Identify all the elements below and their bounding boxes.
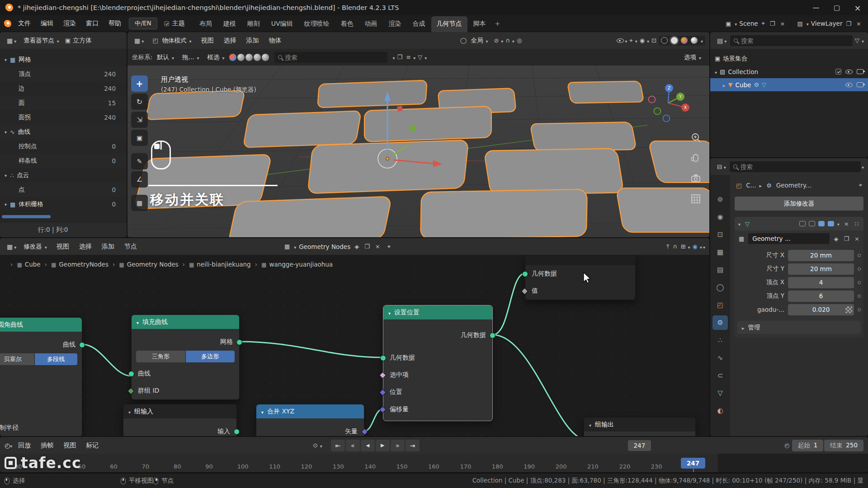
geometry-socket[interactable] [128,371,134,377]
chevron-down-icon[interactable] [5,202,7,207]
search-input[interactable] [741,163,857,170]
geometry-socket[interactable] [490,333,495,338]
manage-subpanel[interactable]: 管理 [737,321,861,334]
snapping-mode-icon[interactable]: ⊞ [679,243,687,250]
pan-hand-icon[interactable] [689,152,702,164]
value-field[interactable]: 20 mm [788,263,854,275]
value-field[interactable]: 4 [788,277,854,288]
editor-mode-dropdown[interactable]: 修改器 [20,241,51,253]
close-button[interactable]: × [847,0,868,15]
camera-view-icon[interactable] [689,172,702,185]
spreadsheet-row[interactable]: 网格 [0,52,127,67]
workspace-tab[interactable]: 纹理喷绘 [299,16,335,32]
copy-icon[interactable]: ❐ [844,20,853,27]
breadcrumb-item[interactable]: Cube [6,261,41,268]
shading-ball-icon[interactable] [262,54,269,61]
properties-tab[interactable] [712,210,728,224]
auto-keying-clock-icon[interactable]: ◴ [783,442,791,449]
node-tree-selector[interactable]: ▦ Geometry Nodes ◈ ❐ × [279,241,385,252]
snap-magnet-icon[interactable]: ∩ [671,243,679,250]
geometry-socket[interactable] [380,355,386,361]
spreadsheet-row[interactable]: 体积栅格 0 [0,197,127,211]
scene-selector[interactable]: ▣ Scene ⌖ ❐ × [724,20,786,27]
node-set-position[interactable]: 设置位置 几何数据 几何数据 [383,305,493,421]
menu-item[interactable]: 物体 [264,34,287,47]
menu-item[interactable]: 插帧 [36,439,58,452]
playback-button[interactable] [376,440,390,451]
menu-item[interactable]: 视图 [196,34,219,47]
properties-tab[interactable] [712,333,728,347]
workspace-tab[interactable]: 渲染 [383,16,407,32]
node-canvas[interactable]: Cube GeometryNodes Geometry Nodes [0,255,709,436]
current-frame-field[interactable]: 247 [628,440,651,451]
eye-icon[interactable] [845,68,853,75]
integer-socket[interactable] [127,387,135,394]
playhead-badge[interactable]: 247 [681,458,705,469]
mode-option-ngons[interactable]: 多边形 [186,351,235,362]
value-field[interactable]: 0.020 [788,304,854,315]
chevron-down-icon[interactable] [5,173,7,178]
value-field[interactable]: 20 mm [788,250,854,261]
drag-mode-dropdown[interactable]: 拖... [179,52,203,63]
fake-user-shield-icon[interactable]: ◈ [832,235,840,242]
copy-icon[interactable]: ❐ [842,235,850,242]
shading-wireframe-icon[interactable] [661,37,668,44]
editor-type-button[interactable]: ⊟ [714,162,729,172]
zoom-icon[interactable] [689,131,702,144]
copy-icon[interactable]: ❐ [769,20,777,27]
menu-item[interactable]: 文件 [13,17,36,30]
chevron-down-icon[interactable] [701,37,703,44]
workspace-tab[interactable]: 着色 [335,16,359,32]
chevron-down-icon[interactable] [703,243,705,250]
geometry-socket[interactable] [79,342,85,348]
workspace-tab[interactable]: UV编辑 [266,16,298,32]
pin-icon[interactable]: ⌖ [858,182,863,189]
grid-toggle-icon[interactable] [689,192,702,205]
go-to-parent-icon[interactable]: ⤒ [665,243,670,250]
snap-magnet-icon[interactable]: ∩ [504,37,511,44]
workspace-tab[interactable]: 雕刻 [242,16,265,32]
chevron-down-icon[interactable] [5,130,7,135]
properties-tab[interactable] [712,404,728,418]
properties-tab[interactable] [712,386,728,400]
add-modifier-button[interactable]: 添加修改器 [735,197,863,211]
add-workspace-button[interactable]: + [491,16,504,31]
menu-item[interactable]: 节点 [119,240,142,253]
render-visibility-icon[interactable] [857,82,863,87]
render-toggle-icon[interactable] [828,221,834,226]
vector-socket[interactable] [379,389,387,396]
boolean-socket[interactable] [379,371,387,379]
chevron-right-icon[interactable] [723,81,726,89]
workspace-tab[interactable]: 脚本 [468,16,491,32]
copy-icon[interactable]: ❐ [363,243,371,250]
realtime-toggle-icon[interactable] [818,221,825,226]
tool-button[interactable] [131,112,148,128]
outliner-search[interactable] [730,35,853,46]
animate-dot-icon[interactable] [858,281,861,284]
filter-icon[interactable]: ▽ [854,37,861,44]
search-input[interactable] [285,54,384,61]
menu-item[interactable]: 添加 [241,34,264,47]
animate-dot-icon[interactable] [858,308,861,311]
close-icon[interactable]: × [779,20,787,27]
playback-button[interactable] [346,440,360,451]
menu-item[interactable]: 视图 [58,439,81,452]
menu-item[interactable]: 编辑 [36,17,58,30]
menu-item[interactable]: 视图 [52,240,74,253]
properties-tab[interactable] [712,280,728,295]
geometry-socket[interactable] [236,339,242,345]
float-socket[interactable] [521,287,528,295]
outliner-row-cube[interactable]: ▼ Cube ⚙ ▽ [710,78,868,91]
checkbox-icon[interactable] [835,69,841,75]
shading-ball-icon[interactable] [245,54,253,61]
menu-item[interactable]: 标记 [81,439,104,452]
tool-button[interactable] [131,75,148,92]
outliner-row-collection[interactable]: ▧ Collection [710,65,868,78]
workspace-tab[interactable]: 合成 [407,16,431,32]
properties-tab[interactable] [712,227,728,242]
frame-end-field[interactable]: 结束 250 [824,440,863,451]
eye-icon[interactable] [845,81,853,88]
node-header[interactable]: 合并 XYZ [256,404,364,418]
spreadsheet-row[interactable]: 面 15 [0,96,127,110]
shading-ball-icon[interactable] [237,54,245,61]
